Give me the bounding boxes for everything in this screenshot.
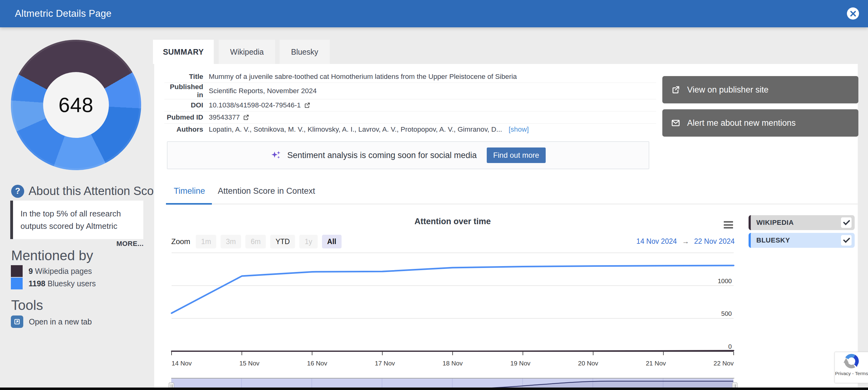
publication-details-table: Title Mummy of a juvenile sabre-toothed …	[164, 71, 656, 135]
row-label: Pubmed ID	[164, 113, 203, 121]
table-row: Pubmed ID 39543377	[164, 111, 656, 123]
chart-date-range: 14 Nov 2024 → 22 Nov 2024	[589, 237, 735, 246]
header-bar: Altmetric Details Page	[0, 0, 868, 27]
subtab-divider	[166, 204, 858, 204]
altmetric-donut-badge: 648	[11, 40, 141, 170]
about-attention-score[interactable]: ? About this Attention Score	[11, 185, 164, 198]
wikipedia-color-swatch	[11, 265, 23, 277]
authors-value: Lopatin, A. V., Sotnikova, M. V., Klimov…	[209, 126, 529, 134]
x-tick-label: 20 Nov	[578, 360, 598, 367]
envelope-icon	[671, 118, 680, 128]
x-tick-label: 18 Nov	[443, 360, 463, 367]
page-title: Altmetric Details Page	[15, 0, 112, 27]
show-authors-link[interactable]: [show]	[508, 126, 529, 134]
sentiment-banner-text: Sentiment analysis is coming soon for so…	[287, 150, 477, 160]
alert-new-mentions-button[interactable]: Alert me about new mentions	[662, 109, 858, 137]
more-link[interactable]: MORE...	[10, 240, 144, 248]
x-tick-label: 17 Nov	[375, 360, 395, 367]
close-button[interactable]	[847, 7, 859, 20]
wikipedia-count: 9	[29, 267, 33, 275]
legend-toggle-bluesky[interactable]: BLUESKY	[749, 233, 855, 248]
zoom-label: Zoom	[171, 237, 190, 246]
question-mark-icon: ?	[11, 185, 24, 198]
attention-over-time-plot[interactable]: 05001000	[172, 246, 734, 356]
mention-row-wikipedia: 9 Wikipedia pages	[11, 265, 92, 277]
external-link-icon[interactable]	[243, 114, 249, 121]
svg-text:0: 0	[728, 343, 732, 350]
chart-menu-icon[interactable]	[724, 221, 733, 228]
pubmed-id-value: 39543377	[209, 113, 249, 121]
x-tick-label: 16 Nov	[307, 360, 327, 367]
checkbox-checked-icon[interactable]	[841, 235, 851, 246]
x-tick-label: 14 Nov	[172, 360, 192, 367]
bottom-window-edge	[0, 388, 868, 390]
open-in-new-tab-label: Open in a new tab	[29, 317, 92, 326]
row-label: Title	[164, 73, 203, 81]
subtab-attention-score-in-context[interactable]: Attention Score in Context	[218, 186, 315, 196]
tab-bluesky[interactable]: Bluesky	[280, 40, 330, 64]
tab-summary[interactable]: SUMMARY	[153, 40, 214, 64]
recaptcha-badge[interactable]: Privacy - Terms	[835, 352, 868, 383]
title-value: Mummy of a juvenile sabre-toothed cat Ho…	[209, 73, 517, 81]
mentioned-by-heading: Mentioned by	[11, 248, 93, 263]
open-in-new-tab[interactable]: Open in a new tab	[11, 315, 92, 328]
chart-title: Attention over time	[172, 217, 734, 226]
range-arrow: →	[679, 237, 692, 245]
attention-score: 648	[58, 93, 93, 117]
subtab-timeline[interactable]: Timeline	[174, 186, 205, 196]
bluesky-count: 1198	[29, 279, 45, 288]
x-axis-labels: 14 Nov 15 Nov 16 Nov 17 Nov 18 Nov 19 No…	[172, 360, 734, 367]
mention-row-bluesky: 1198 Bluesky users	[11, 277, 96, 290]
wikipedia-label: Wikipedia pages	[35, 267, 92, 275]
about-heading: About this Attention Score	[29, 185, 164, 198]
close-icon	[850, 10, 856, 17]
open-in-new-tab-icon	[11, 315, 23, 328]
button-label: View on publisher site	[687, 85, 768, 95]
table-row: Authors Lopatin, A. V., Sotnikova, M. V.…	[164, 123, 656, 135]
svg-text:1000: 1000	[717, 277, 732, 284]
svg-text:500: 500	[721, 310, 732, 317]
chart-navigator[interactable]	[171, 378, 734, 388]
x-tick-label: 15 Nov	[239, 360, 259, 367]
external-link-icon	[671, 85, 680, 94]
row-label: Authors	[164, 126, 203, 134]
x-tick-label: 22 Nov	[714, 360, 734, 367]
find-out-more-button[interactable]: Find out more	[487, 147, 546, 163]
bluesky-color-swatch	[11, 278, 23, 289]
view-on-publisher-site-button[interactable]: View on publisher site	[662, 76, 858, 103]
range-start-date[interactable]: 14 Nov 2024	[636, 237, 677, 245]
legend-toggle-wikipedia[interactable]: WIKIPEDIA	[749, 215, 855, 230]
doi-value: 10.1038/s41598-024-79546-1	[209, 101, 311, 109]
range-end-date[interactable]: 22 Nov 2024	[694, 237, 735, 245]
tools-heading: Tools	[11, 298, 43, 313]
mention-label: 9 Wikipedia pages	[29, 267, 92, 276]
table-row: Title Mummy of a juvenile sabre-toothed …	[164, 71, 656, 83]
privacy-terms-link[interactable]: Privacy - Terms	[835, 371, 868, 377]
button-label: Alert me about new mentions	[687, 118, 796, 128]
x-tick-label: 19 Nov	[510, 360, 530, 367]
x-tick-label: 21 Nov	[646, 360, 666, 367]
legend-label: BLUESKY	[756, 236, 790, 244]
published-in-value: Scientific Reports, November 2024	[209, 87, 317, 95]
mention-label: 1198 Bluesky users	[29, 279, 96, 288]
legend-label: WIKIPEDIA	[756, 219, 794, 227]
sentiment-banner: Sentiment analysis is coming soon for so…	[167, 141, 649, 169]
recaptcha-icon	[843, 352, 861, 370]
table-row: DOI 10.1038/s41598-024-79546-1	[164, 100, 656, 111]
tab-wikipedia[interactable]: Wikipedia	[219, 40, 275, 64]
altmetric-details-page: Altmetric Details Page 648 ? About this …	[0, 0, 868, 390]
checkbox-checked-icon[interactable]	[841, 217, 851, 228]
row-label: Published in	[164, 83, 203, 99]
bluesky-label: Bluesky users	[48, 279, 96, 288]
score-context-callout: In the top 5% of all research outputs sc…	[10, 201, 143, 239]
row-label: DOI	[164, 101, 203, 109]
sparkles-icon	[271, 150, 282, 161]
table-row: Published in Scientific Reports, Novembe…	[164, 83, 656, 100]
subtab-active-indicator	[166, 203, 212, 205]
external-link-icon[interactable]	[304, 102, 311, 109]
donut-hole: 648	[43, 72, 109, 138]
